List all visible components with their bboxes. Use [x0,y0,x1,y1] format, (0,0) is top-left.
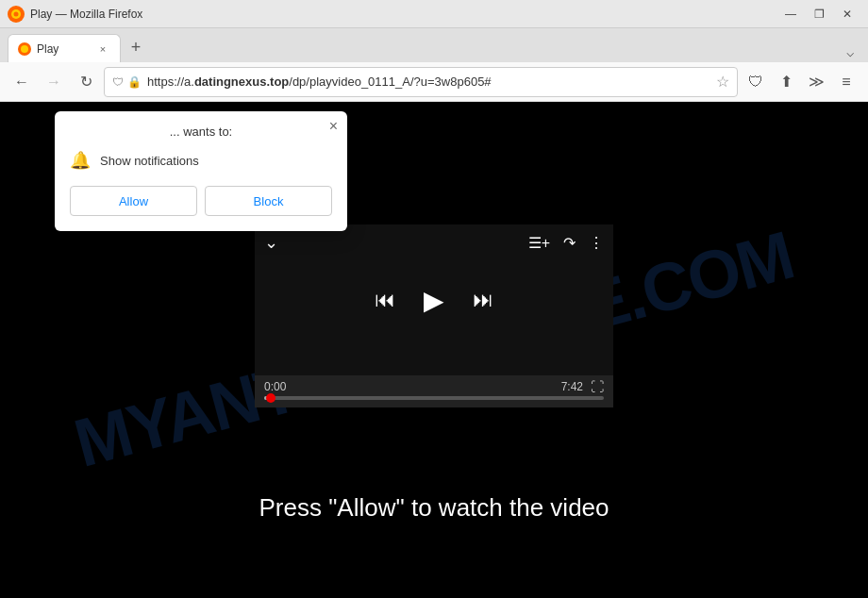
video-bottom: 0:00 7:42 ⛶ [255,375,613,407]
restore-button[interactable]: ❐ [806,5,832,24]
fullscreen-button[interactable]: ⛶ [591,379,604,394]
refresh-button[interactable]: ↻ [72,68,100,96]
video-top-right-controls: ☰+ ↷ ⋮ [528,234,604,252]
allow-button[interactable]: Allow [70,186,197,216]
tab-close-button[interactable]: × [95,42,110,57]
shield-button[interactable]: 🛡 [742,68,770,96]
chevron-down-icon[interactable]: ⌄ [264,232,278,253]
firefox-logo-icon [8,6,25,23]
url-text: https://a.datingnexus.top/dp/playvideo_0… [147,75,710,89]
tab-bar: Play × + ⌵ [0,28,868,62]
title-bar-controls: — ❐ ✕ [777,5,860,24]
tab-label: Play [37,42,58,56]
active-tab[interactable]: Play × [8,34,121,62]
url-shield-icon: 🛡 [112,75,124,89]
bell-icon: 🔔 [70,150,91,171]
progress-handle[interactable] [266,393,275,403]
share-button[interactable]: ⬆ [772,68,800,96]
total-time: 7:42 [561,380,583,393]
popup-title: ... wants to: [70,125,332,139]
tab-list-button[interactable]: ⌵ [840,42,860,62]
permission-label: Show notifications [100,154,199,168]
window-title: Play — Mozilla Firefox [30,8,142,21]
popup-close-button[interactable]: × [329,119,338,134]
notification-popup: × ... wants to: 🔔 Show notifications All… [55,111,347,231]
prev-button[interactable]: ⏮ [375,288,395,312]
video-center-controls: ⏮ ▶ ⏭ [375,285,493,316]
new-tab-button[interactable]: + [123,34,149,60]
browser-frame: Play — Mozilla Firefox — ❐ ✕ Play × + ⌵ … [0,0,868,598]
url-security-icons: 🛡 🔒 [112,75,142,89]
next-button[interactable]: ⏭ [473,288,493,312]
more-options-icon[interactable]: ⋮ [589,234,604,252]
popup-permission: 🔔 Show notifications [70,150,332,171]
play-button[interactable]: ▶ [424,285,444,316]
share-video-icon[interactable]: ↷ [563,234,576,252]
forward-button[interactable]: → [40,68,68,96]
tab-bar-right: ⌵ [840,42,860,62]
tab-favicon-icon [18,42,31,56]
video-player: ⌄ ☰+ ↷ ⋮ ⏮ ▶ ⏭ 0:00 [255,224,613,407]
title-bar-left: Play — Mozilla Firefox [8,6,142,23]
cta-text: Press "Allow" to watch the video [0,493,868,523]
more-button[interactable]: ≫ [802,68,830,96]
close-button[interactable]: ✕ [834,5,860,24]
svg-point-2 [14,11,19,16]
menu-button[interactable]: ≡ [832,68,860,96]
popup-buttons: Allow Block [70,186,332,216]
title-bar: Play — Mozilla Firefox — ❐ ✕ [0,0,868,28]
nav-bar: ← → ↻ 🛡 🔒 https://a.datingnexus.top/dp/p… [0,62,868,102]
svg-point-4 [21,45,28,53]
video-top-controls: ⌄ ☰+ ↷ ⋮ [255,232,613,253]
url-lock-icon: 🔒 [127,75,142,89]
time-row: 0:00 7:42 ⛶ [264,379,604,394]
url-bar[interactable]: 🛡 🔒 https://a.datingnexus.top/dp/playvid… [104,67,738,97]
nav-right-icons: 🛡 ⬆ ≫ ≡ [742,68,860,96]
video-screen: ⌄ ☰+ ↷ ⋮ ⏮ ▶ ⏭ [255,224,613,375]
minimize-button[interactable]: — [777,5,804,24]
block-button[interactable]: Block [205,186,332,216]
playlist-icon[interactable]: ☰+ [528,234,550,252]
page-content: MYANTISPYWARE.COM × ... wants to: 🔔 Show… [0,102,868,598]
current-time: 0:00 [264,380,286,393]
progress-bar[interactable] [264,396,604,400]
back-button[interactable]: ← [8,68,36,96]
bookmark-star-icon[interactable]: ☆ [716,73,729,91]
